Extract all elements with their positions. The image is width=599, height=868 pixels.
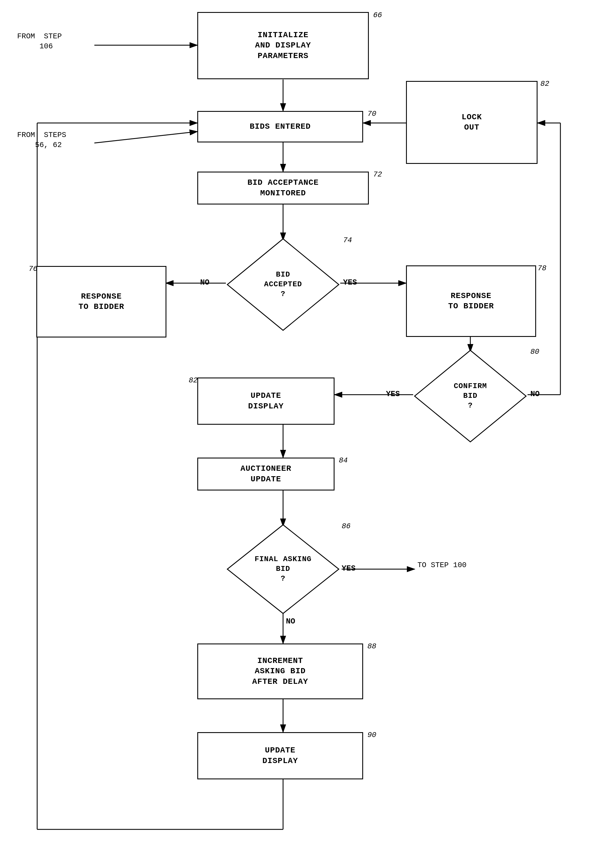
bid-acceptance-box: BID ACCEPTANCE MONITORED bbox=[197, 172, 369, 205]
confirm-no-label: NO bbox=[530, 389, 540, 399]
update-display1-box: UPDATE DISPLAY bbox=[197, 378, 334, 425]
label-82-lockout: 82 bbox=[540, 80, 549, 88]
label-70: 70 bbox=[367, 110, 376, 118]
label-66: 66 bbox=[373, 11, 382, 20]
update-display2-box: UPDATE DISPLAY bbox=[197, 732, 363, 779]
auctioneer-update-box: AUCTIONEER UPDATE bbox=[197, 458, 334, 490]
label-76: 76 bbox=[29, 265, 38, 273]
flowchart-diagram: INITIALIZE AND DISPLAY PARAMETERS 66 BID… bbox=[0, 0, 599, 868]
label-74: 74 bbox=[343, 236, 352, 244]
label-90: 90 bbox=[367, 731, 376, 739]
from-step-106: FROM STEP 106 bbox=[17, 32, 62, 51]
initialize-box: INITIALIZE AND DISPLAY PARAMETERS bbox=[197, 12, 369, 79]
lockout-box: LOCK OUT bbox=[406, 81, 537, 164]
final-asking-no-label: NO bbox=[286, 616, 295, 627]
bid-accepted-yes-label: YES bbox=[343, 277, 357, 288]
confirm-bid-diamond: CONFIRM BID ? bbox=[413, 349, 528, 443]
from-steps-56-62: FROM STEPS 56, 62 bbox=[17, 130, 66, 150]
label-82-update: 82 bbox=[189, 376, 197, 385]
to-step-100-label: TO STEP 100 bbox=[417, 561, 467, 570]
final-asking-yes-label: YES bbox=[342, 564, 356, 574]
bid-accepted-no-label: NO bbox=[200, 277, 209, 288]
label-84: 84 bbox=[339, 456, 348, 465]
response-no-box: RESPONSE TO BIDDER bbox=[36, 266, 166, 338]
label-88: 88 bbox=[367, 642, 376, 651]
bids-entered-box: BIDS ENTERED bbox=[197, 111, 363, 142]
bid-accepted-diamond: BID ACCEPTED ? bbox=[226, 237, 340, 332]
final-asking-diamond: FINAL ASKING BID ? bbox=[226, 523, 340, 615]
label-86: 86 bbox=[342, 522, 351, 530]
increment-box: INCREMENT ASKING BID AFTER DELAY bbox=[197, 643, 363, 699]
confirm-yes-label: YES bbox=[386, 389, 400, 399]
svg-line-5 bbox=[94, 131, 197, 143]
response-yes-box: RESPONSE TO BIDDER bbox=[406, 265, 536, 337]
label-72: 72 bbox=[373, 170, 382, 179]
label-80: 80 bbox=[530, 348, 539, 356]
label-78: 78 bbox=[537, 264, 546, 273]
